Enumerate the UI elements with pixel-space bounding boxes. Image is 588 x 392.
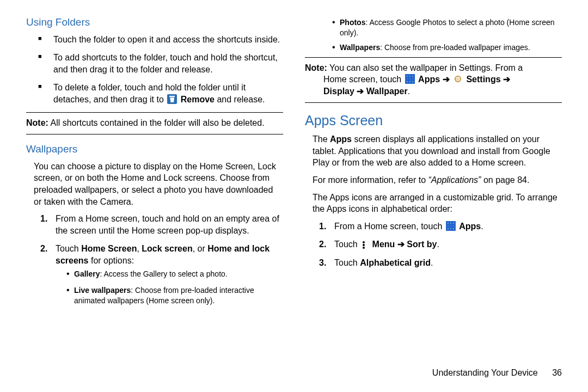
wallpaper-options-continued: Photos: Access Google Photos to select a…: [305, 17, 562, 53]
list-item: To add shortcuts to the folder, touch an…: [53, 52, 283, 75]
apps-steps: 1. From a Home screen, touch Apps. 2. To…: [305, 220, 562, 269]
list-item: Touch the folder to open it and access t…: [53, 34, 283, 46]
divider: [305, 102, 562, 103]
divider: [26, 112, 283, 113]
heading-apps-screen: Apps Screen: [305, 112, 562, 130]
wallpapers-steps: 1.From a Home screen, touch and hold on …: [26, 213, 283, 306]
list-item: 2. Touch Menu ➔ Sort by.: [334, 238, 562, 250]
list-item: To delete a folder, touch and hold the f…: [53, 82, 283, 105]
list-item: Gallery: Access the Gallery to select a …: [74, 269, 283, 279]
divider: [26, 134, 283, 134]
menu-dots-icon: [361, 240, 369, 249]
left-column: Using Folders Touch the folder to open i…: [26, 15, 283, 364]
apps-p1: The Apps screen displays all application…: [305, 133, 562, 169]
list-item: Wallpapers: Choose from pre-loaded wallp…: [340, 42, 562, 53]
list-item: 3. Touch Alphabetical grid.: [334, 257, 562, 269]
page-number: 36: [552, 368, 562, 377]
page-footer: Understanding Your Device 36: [432, 367, 562, 379]
list-item: Photos: Access Google Photos to select a…: [340, 17, 562, 38]
using-folders-list: Touch the folder to open it and access t…: [26, 34, 283, 106]
list-item: 1.From a Home screen, touch and hold on …: [56, 213, 283, 236]
wallpapers-intro: You can choose a picture to display on t…: [26, 161, 283, 207]
list-item: 2. Touch Home Screen, Lock screen, or Ho…: [56, 243, 283, 306]
apps-grid-icon: [405, 74, 415, 84]
apps-grid-icon: [446, 221, 456, 231]
apps-p3: The Apps icons are arranged in a customi…: [305, 192, 562, 215]
divider: [305, 57, 562, 58]
trash-icon: [167, 94, 177, 104]
right-column: Photos: Access Google Photos to select a…: [305, 15, 562, 364]
note-wallpaper: Note: You can also set the wallpaper in …: [305, 62, 562, 97]
apps-p2: For more information, refer to “Applicat…: [305, 174, 562, 186]
settings-gear-icon: [453, 74, 463, 84]
list-item: 1. From a Home screen, touch Apps.: [334, 220, 562, 232]
list-item: Live wallpapers: Choose from pre-loaded …: [74, 285, 283, 306]
wallpaper-options: Gallery: Access the Gallery to select a …: [56, 269, 283, 307]
heading-using-folders: Using Folders: [26, 15, 283, 29]
footer-section: Understanding Your Device: [432, 368, 538, 377]
heading-wallpapers: Wallpapers: [26, 142, 283, 156]
note-folders: Note: All shortcuts contained in the fol…: [26, 117, 283, 129]
